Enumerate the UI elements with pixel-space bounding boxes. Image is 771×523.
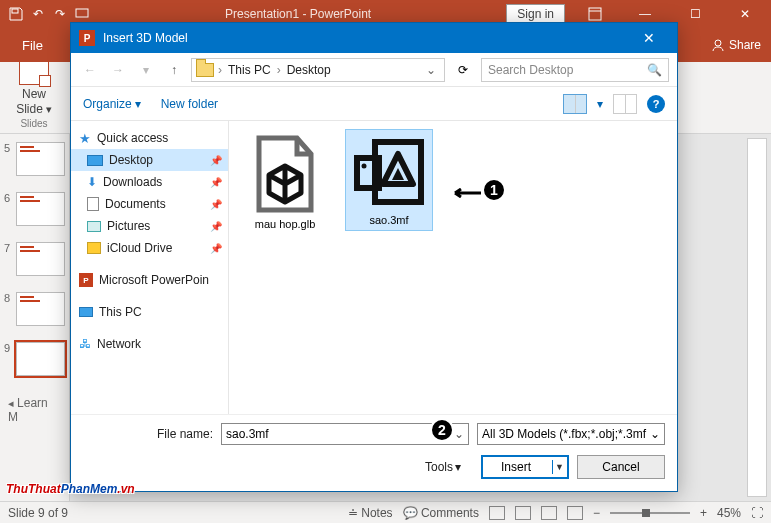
tree-network[interactable]: 🖧Network [71,333,228,355]
organize-button[interactable]: Organize ▾ [83,97,141,111]
file-3mf-icon [351,134,427,210]
file-tab[interactable]: File [10,34,55,57]
nav-up-icon[interactable]: ↑ [163,59,185,81]
dialog-title: Insert 3D Model [103,31,629,45]
signin-button[interactable]: Sign in [506,4,565,24]
dialog-toolbar: Organize ▾ New folder ▾ ? [71,87,677,121]
chevron-down-icon: ⌄ [650,427,660,441]
nav-forward-icon[interactable]: → [107,59,129,81]
zoom-out-icon[interactable]: − [593,506,600,520]
chevron-down-icon: ▾ [135,97,141,111]
redo-icon[interactable]: ↷ [52,6,68,22]
address-bar-row: ← → ▾ ↑ › This PC › Desktop ⌄ ⟳ Search D… [71,53,677,87]
dialog-titlebar[interactable]: P Insert 3D Model ✕ [71,23,677,53]
breadcrumb-dropdown-icon[interactable]: ⌄ [422,63,440,77]
desktop-icon [87,155,103,166]
start-icon[interactable] [74,6,90,22]
file-list[interactable]: mau hop.glb sao.3mf [229,121,677,414]
reading-view-icon[interactable] [541,506,557,520]
slide-thumbnails-panel: 5 6 7 8 9 ◂ Learn M [0,134,70,501]
insert-3d-model-dialog: P Insert 3D Model ✕ ← → ▾ ↑ › This PC › … [70,22,678,492]
maximize-icon[interactable]: ☐ [675,0,715,28]
folder-icon [87,242,101,254]
search-placeholder: Search Desktop [488,63,573,77]
search-input[interactable]: Search Desktop 🔍 [481,58,669,82]
pin-icon: 📌 [210,243,222,254]
tree-desktop[interactable]: Desktop📌 [71,149,228,171]
new-slide-button[interactable]: NewSlide ▾ Slides [8,61,60,129]
notes-button[interactable]: ≐ Notes [348,506,393,520]
sorter-view-icon[interactable] [515,506,531,520]
breadcrumb-segment[interactable]: Desktop [285,63,333,77]
undo-icon[interactable]: ↶ [30,6,46,22]
slide-thumb[interactable]: 7 [4,242,65,276]
slide-thumb[interactable]: 5 [4,142,65,176]
nav-recent-icon[interactable]: ▾ [135,59,157,81]
refresh-icon[interactable]: ⟳ [451,58,475,82]
svg-rect-1 [76,9,88,17]
powerpoint-icon: P [79,273,93,287]
comments-button[interactable]: 💬 Comments [403,506,479,520]
zoom-level[interactable]: 45% [717,506,741,520]
tree-pictures[interactable]: Pictures📌 [71,215,228,237]
svg-rect-2 [589,8,601,20]
app-title: Presentation1 - PowerPoint [90,7,506,21]
pin-icon: 📌 [210,155,222,166]
view-mode-button[interactable] [563,94,587,114]
chevron-down-icon[interactable]: ⌄ [454,427,464,441]
breadcrumb[interactable]: › This PC › Desktop ⌄ [191,58,445,82]
filename-label: File name: [83,427,213,441]
file-label: mau hop.glb [255,218,316,230]
file-type-filter[interactable]: All 3D Models (*.fbx;*.obj;*.3mf ⌄ [477,423,665,445]
file-item-glb[interactable]: mau hop.glb [241,129,329,235]
insert-button[interactable]: Insert▼ [481,455,569,479]
file-label: sao.3mf [369,214,408,226]
group-label: Slides [20,118,47,129]
slideshow-view-icon[interactable] [567,506,583,520]
pin-icon: 📌 [210,177,222,188]
pictures-icon [87,221,101,232]
slide-thumb[interactable]: 8 [4,292,65,326]
cancel-button[interactable]: Cancel [577,455,665,479]
tree-this-pc[interactable]: This PC [71,301,228,323]
zoom-slider[interactable] [610,512,690,514]
help-icon[interactable]: ? [647,95,665,113]
learn-more-link[interactable]: ◂ Learn M [0,392,69,428]
dialog-close-icon[interactable]: ✕ [629,23,669,53]
watermark: ThuThuatPhanMem.vn [6,473,135,499]
tree-quick-access[interactable]: ★Quick access [71,127,228,149]
file-3d-icon [251,134,319,214]
close-window-icon[interactable]: ✕ [725,0,765,28]
tree-documents[interactable]: Documents📌 [71,193,228,215]
chevron-down-icon[interactable]: ▾ [597,97,603,111]
slide-thumb[interactable]: 6 [4,192,65,226]
save-icon[interactable] [8,6,24,22]
tree-ms-powerpoint[interactable]: PMicrosoft PowerPoin [71,269,228,291]
chevron-down-icon[interactable]: ▼ [555,462,564,472]
tree-downloads[interactable]: ⬇Downloads📌 [71,171,228,193]
new-folder-button[interactable]: New folder [161,97,218,111]
slide-thumb[interactable]: 9 [4,342,65,376]
pin-icon: 📌 [210,221,222,232]
nav-back-icon[interactable]: ← [79,59,101,81]
tools-button[interactable]: Tools ▾ [425,460,461,474]
document-icon [87,197,99,211]
filename-input[interactable]: sao.3mf ⌄ [221,423,469,445]
file-item-3mf[interactable]: sao.3mf [345,129,433,231]
breadcrumb-segment[interactable]: This PC [226,63,273,77]
normal-view-icon[interactable] [489,506,505,520]
fit-window-icon[interactable]: ⛶ [751,506,763,520]
slide-canvas-edge [747,138,767,497]
share-button[interactable]: Share [711,38,761,52]
svg-point-7 [362,164,367,169]
new-slide-icon [19,61,49,85]
tree-icloud[interactable]: iCloud Drive📌 [71,237,228,259]
chevron-down-icon: ▾ [455,460,461,474]
filter-label: All 3D Models (*.fbx;*.obj;*.3mf [482,427,646,441]
pin-icon: 📌 [210,199,222,210]
zoom-in-icon[interactable]: + [700,506,707,520]
pc-icon [79,307,93,317]
status-bar: Slide 9 of 9 ≐ Notes 💬 Comments − + 45% … [0,501,771,523]
preview-pane-button[interactable] [613,94,637,114]
download-icon: ⬇ [87,175,97,189]
